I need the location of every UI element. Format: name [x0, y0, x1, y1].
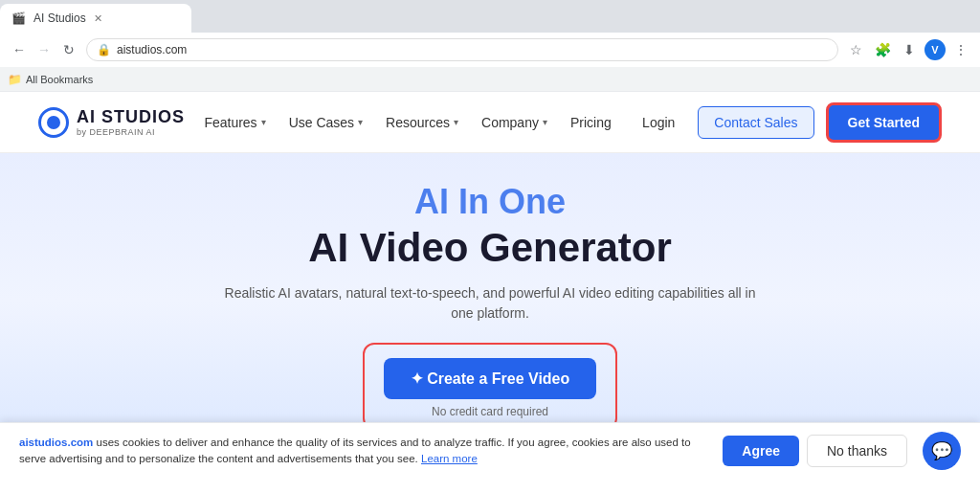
nav-buttons: ← → ↻	[8, 38, 80, 61]
hero-section: AI In One AI Video Generator Realistic A…	[0, 153, 980, 449]
hero-subtitle: AI In One	[38, 182, 942, 222]
cookie-banner: aistudios.com uses cookies to deliver an…	[0, 422, 980, 478]
hero-description: Realistic AI avatars, natural text-to-sp…	[212, 283, 768, 324]
cookie-text: aistudios.com uses cookies to deliver an…	[19, 435, 707, 465]
tabs-bar: 🎬 AI Studios ✕	[0, 0, 980, 33]
contact-sales-button[interactable]: Contact Sales	[698, 106, 813, 139]
login-button[interactable]: Login	[631, 109, 686, 136]
logo-circle	[38, 107, 69, 138]
browser-toolbar: ← → ↻ 🔒 aistudios.com ☆ 🧩 ⬇ V ⋮	[0, 33, 980, 67]
logo-inner	[47, 116, 60, 129]
nav-features[interactable]: Features ▾	[204, 115, 265, 130]
bookmarks-bar: 📁 All Bookmarks	[0, 67, 980, 92]
cookie-actions: Agree No thanks	[723, 435, 907, 467]
chevron-down-icon: ▾	[454, 117, 458, 127]
bookmarks-label[interactable]: All Bookmarks	[26, 74, 93, 85]
cookie-learn-more-link[interactable]: Learn more	[421, 453, 478, 464]
chat-button[interactable]: 💬	[923, 432, 961, 470]
logo-text: AI STUDIOS by DEEPBRAIN AI	[77, 107, 185, 137]
nav-logo: AI STUDIOS by DEEPBRAIN AI	[38, 107, 185, 138]
nav-use-cases[interactable]: Use Cases ▾	[289, 115, 363, 130]
address-bar[interactable]: 🔒 aistudios.com	[86, 38, 838, 61]
logo-subtitle: by DEEPBRAIN AI	[77, 127, 185, 137]
profile-button[interactable]: V	[924, 39, 946, 60]
nav-pricing[interactable]: Pricing	[570, 115, 612, 130]
menu-icon[interactable]: ⋮	[949, 38, 972, 61]
cta-container: ✦ Create a Free Video No credit card req…	[363, 343, 618, 430]
nav-resources[interactable]: Resources ▾	[386, 115, 458, 130]
tab-title: AI Studios	[33, 11, 86, 25]
active-tab[interactable]: 🎬 AI Studios ✕	[0, 4, 191, 33]
tab-close-icon[interactable]: ✕	[94, 12, 102, 25]
bookmarks-folder-icon: 📁	[8, 73, 22, 86]
nav-actions: Login Contact Sales Get Started	[631, 102, 942, 143]
cookie-site-name: aistudios.com	[19, 437, 93, 448]
forward-button[interactable]: →	[33, 38, 56, 61]
hero-title: AI Video Generator	[38, 226, 942, 270]
site-nav: AI STUDIOS by DEEPBRAIN AI Features ▾ Us…	[0, 92, 980, 153]
create-video-button[interactable]: ✦ Create a Free Video	[384, 358, 597, 399]
back-button[interactable]: ←	[8, 38, 31, 61]
cta-box: ✦ Create a Free Video No credit card req…	[363, 343, 618, 430]
logo-title: AI STUDIOS	[77, 107, 185, 127]
no-thanks-button[interactable]: No thanks	[807, 435, 907, 467]
url-text: aistudios.com	[117, 43, 187, 56]
bookmark-icon[interactable]: ☆	[844, 38, 867, 61]
nav-company[interactable]: Company ▾	[481, 115, 547, 130]
chevron-down-icon: ▾	[543, 117, 547, 127]
lock-icon: 🔒	[97, 43, 111, 56]
nav-links: Features ▾ Use Cases ▾ Resources ▾ Compa…	[204, 115, 611, 130]
toolbar-actions: ☆ 🧩 ⬇ V ⋮	[844, 38, 972, 61]
cookie-message: uses cookies to deliver and enhance the …	[19, 437, 691, 463]
extensions-icon[interactable]: 🧩	[871, 38, 894, 61]
chevron-down-icon: ▾	[261, 117, 266, 127]
download-icon[interactable]: ⬇	[898, 38, 921, 61]
tab-favicon: 🎬	[11, 11, 26, 25]
agree-button[interactable]: Agree	[723, 436, 799, 466]
reload-button[interactable]: ↻	[57, 38, 80, 61]
chevron-down-icon: ▾	[358, 117, 363, 127]
no-credit-card-note: No credit card required	[432, 405, 548, 418]
website: AI STUDIOS by DEEPBRAIN AI Features ▾ Us…	[0, 92, 980, 478]
get-started-button[interactable]: Get Started	[826, 102, 942, 143]
